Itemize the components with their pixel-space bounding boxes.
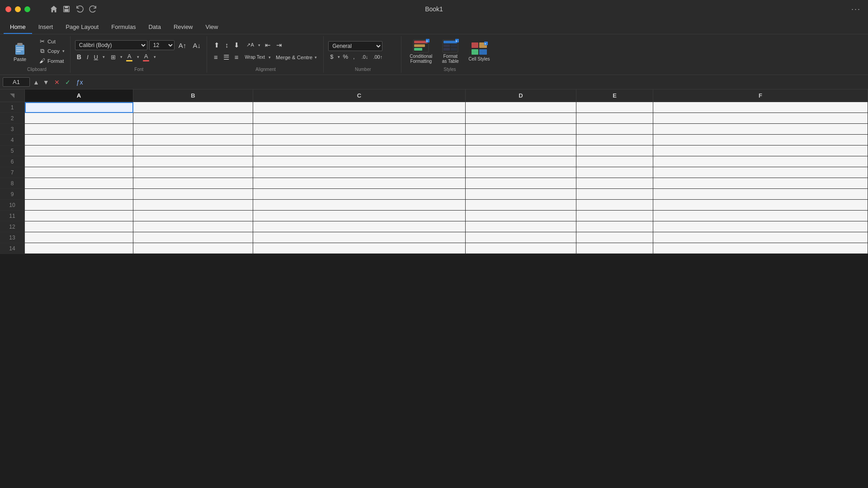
list-item[interactable] <box>133 200 253 211</box>
maximize-button[interactable] <box>24 6 30 12</box>
list-item[interactable] <box>466 211 576 221</box>
list-item[interactable] <box>25 200 133 211</box>
list-item[interactable] <box>576 145 653 156</box>
list-item[interactable] <box>25 232 133 243</box>
list-item[interactable] <box>253 167 466 178</box>
cell-nav-up-button[interactable]: ▲ <box>32 78 41 86</box>
column-header-e[interactable]: E <box>576 89 653 102</box>
row-number-7[interactable]: 7 <box>0 167 25 178</box>
list-item[interactable] <box>653 113 868 124</box>
list-item[interactable] <box>466 189 576 200</box>
list-item[interactable] <box>133 124 253 135</box>
home-icon[interactable] <box>50 5 58 13</box>
fill-color-button[interactable]: A <box>124 52 134 62</box>
list-item[interactable] <box>466 124 576 135</box>
list-item[interactable] <box>576 156 653 167</box>
orientation-button[interactable]: ↗A <box>244 41 256 49</box>
list-item[interactable] <box>25 211 133 221</box>
list-item[interactable] <box>653 167 868 178</box>
row-number-5[interactable]: 5 <box>0 145 25 156</box>
list-item[interactable] <box>253 189 466 200</box>
tab-data[interactable]: Data <box>142 21 167 34</box>
formula-input[interactable] <box>87 79 865 85</box>
list-item[interactable] <box>253 200 466 211</box>
list-item[interactable] <box>25 178 133 189</box>
align-right-button[interactable]: ≡ <box>232 52 241 62</box>
list-item[interactable] <box>25 221 133 232</box>
tab-formulas[interactable]: Formulas <box>105 21 142 34</box>
list-item[interactable] <box>25 145 133 156</box>
list-item[interactable] <box>466 156 576 167</box>
list-item[interactable] <box>576 167 653 178</box>
list-item[interactable] <box>653 124 868 135</box>
list-item[interactable] <box>653 232 868 243</box>
list-item[interactable] <box>25 102 133 113</box>
paste-button[interactable]: Paste <box>7 38 33 64</box>
align-bottom-button[interactable]: ⬇ <box>231 40 242 51</box>
list-item[interactable] <box>576 232 653 243</box>
list-item[interactable] <box>653 145 868 156</box>
more-options-icon[interactable]: ··· <box>851 5 861 14</box>
save-icon[interactable] <box>62 5 71 13</box>
decrease-indent-button[interactable]: ⇤ <box>263 40 273 51</box>
list-item[interactable] <box>576 135 653 145</box>
list-item[interactable] <box>133 221 253 232</box>
list-item[interactable] <box>576 189 653 200</box>
select-all-button[interactable] <box>0 89 25 102</box>
merge-centre-button[interactable]: Merge & Centre ▾ <box>273 53 320 61</box>
cell-reference-box[interactable] <box>3 77 30 87</box>
list-item[interactable] <box>25 189 133 200</box>
border-button[interactable]: ⊞ <box>109 53 118 61</box>
list-item[interactable] <box>133 211 253 221</box>
percent-button[interactable]: % <box>341 52 350 61</box>
list-item[interactable] <box>653 189 868 200</box>
column-header-d[interactable]: D <box>466 89 576 102</box>
cut-button[interactable]: ✂ Cut <box>37 37 66 46</box>
row-number-2[interactable]: 2 <box>0 113 25 124</box>
tab-insert[interactable]: Insert <box>32 21 60 34</box>
row-number-3[interactable]: 3 <box>0 124 25 135</box>
font-family-select[interactable]: Calibri (Body) <box>75 40 147 50</box>
number-format-select[interactable]: General Number Currency Accounting Date … <box>328 41 382 51</box>
row-number-12[interactable]: 12 <box>0 221 25 232</box>
list-item[interactable] <box>133 232 253 243</box>
list-item[interactable] <box>133 113 253 124</box>
list-item[interactable] <box>466 145 576 156</box>
minimize-button[interactable] <box>15 6 21 12</box>
format-as-table-button[interactable]: ▾ Formatas Table <box>438 37 463 66</box>
row-number-10[interactable]: 10 <box>0 200 25 211</box>
column-header-a[interactable]: A <box>25 89 133 102</box>
increase-indent-button[interactable]: ⇥ <box>274 40 284 51</box>
list-item[interactable] <box>25 113 133 124</box>
row-number-9[interactable]: 9 <box>0 189 25 200</box>
row-number-8[interactable]: 8 <box>0 178 25 189</box>
row-number-13[interactable]: 13 <box>0 232 25 243</box>
list-item[interactable] <box>653 156 868 167</box>
list-item[interactable] <box>466 178 576 189</box>
column-header-f[interactable]: F <box>653 89 868 102</box>
list-item[interactable] <box>133 156 253 167</box>
cell-styles-button[interactable]: ▾ Cell Styles <box>465 39 493 63</box>
list-item[interactable] <box>653 243 868 254</box>
list-item[interactable] <box>576 243 653 254</box>
list-item[interactable] <box>253 113 466 124</box>
redo-icon[interactable] <box>89 5 98 14</box>
list-item[interactable] <box>133 189 253 200</box>
row-number-6[interactable]: 6 <box>0 156 25 167</box>
underline-button[interactable]: U <box>92 53 100 61</box>
list-item[interactable] <box>133 178 253 189</box>
font-size-select[interactable]: 12 8910111416182024 <box>149 40 175 50</box>
list-item[interactable] <box>466 113 576 124</box>
align-left-button[interactable]: ≡ <box>212 52 220 62</box>
list-item[interactable] <box>653 221 868 232</box>
row-number-4[interactable]: 4 <box>0 135 25 145</box>
tab-page-layout[interactable]: Page Layout <box>59 21 105 34</box>
list-item[interactable] <box>133 167 253 178</box>
list-item[interactable] <box>653 200 868 211</box>
list-item[interactable] <box>466 135 576 145</box>
list-item[interactable] <box>653 135 868 145</box>
list-item[interactable] <box>576 102 653 113</box>
increase-font-size-button[interactable]: A↑ <box>176 40 189 51</box>
list-item[interactable] <box>653 102 868 113</box>
align-center-button[interactable]: ☰ <box>221 52 231 63</box>
